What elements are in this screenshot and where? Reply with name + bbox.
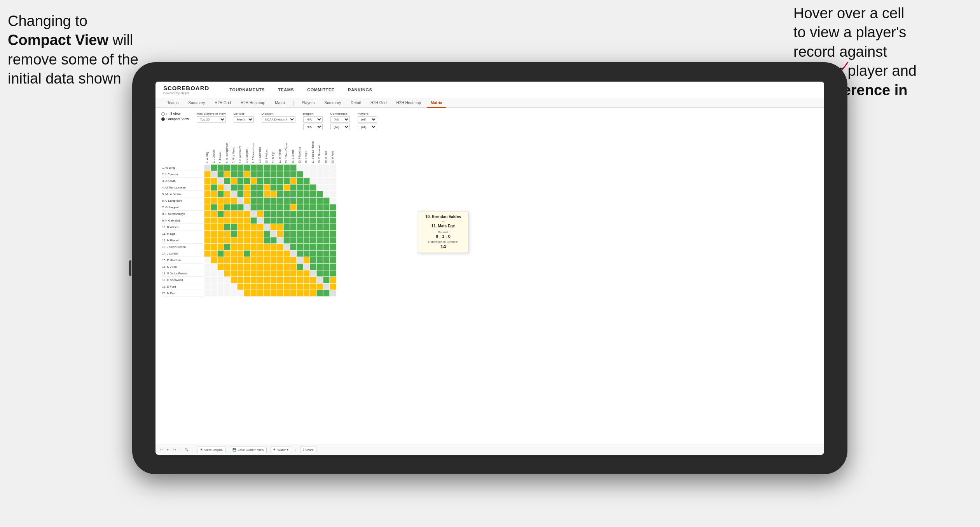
cell-12-15[interactable] [297,237,303,244]
cell-4-17[interactable] [310,184,316,191]
cell-4-6[interactable] [237,184,244,191]
tab-summary-1[interactable]: Summary [184,98,209,108]
cell-15-15[interactable] [297,257,303,264]
cell-15-1[interactable] [204,257,211,264]
cell-14-16[interactable] [303,250,310,257]
cell-7-18[interactable] [316,204,323,211]
cell-3-13[interactable] [283,178,290,184]
cell-9-11[interactable] [270,217,277,224]
cell-1-11[interactable] [270,164,277,171]
cell-11-13[interactable] [283,230,290,237]
cell-6-5[interactable] [231,197,237,204]
cell-20-8[interactable] [250,290,257,297]
cell-6-10[interactable] [264,197,270,204]
cell-7-2[interactable] [211,204,217,211]
cell-15-2[interactable] [211,257,217,264]
cell-8-2[interactable] [211,211,217,217]
cell-19-17[interactable] [310,283,316,290]
cell-20-15[interactable] [297,290,303,297]
cell-4-10[interactable] [264,184,270,191]
cell-16-20[interactable] [330,264,336,270]
cell-2-2[interactable] [211,171,217,178]
cell-8-15[interactable] [297,211,303,217]
cell-4-7[interactable] [244,184,250,191]
cell-7-12[interactable] [277,204,283,211]
cell-4-11[interactable] [270,184,277,191]
cell-12-17[interactable] [310,237,316,244]
cell-17-19[interactable] [323,270,330,277]
cell-6-1[interactable] [204,197,211,204]
cell-2-13[interactable] [283,171,290,178]
tab-detail[interactable]: Detail [347,98,365,108]
cell-15-9[interactable] [257,257,264,264]
cell-15-18[interactable] [316,257,323,264]
cell-17-12[interactable] [277,270,283,277]
cell-3-14[interactable] [290,178,297,184]
cell-20-19[interactable] [323,290,330,297]
cell-16-18[interactable] [316,264,323,270]
cell-13-4[interactable] [224,244,231,250]
cell-18-12[interactable] [277,277,283,283]
cell-3-4[interactable] [224,178,231,184]
cell-3-18[interactable] [316,178,323,184]
cell-12-9[interactable] [257,237,264,244]
cell-19-14[interactable] [290,283,297,290]
cell-16-19[interactable] [323,264,330,270]
cell-2-14[interactable] [290,171,297,178]
cell-6-11[interactable] [270,197,277,204]
gender-select[interactable]: Men's [234,116,254,123]
cell-9-1[interactable] [204,217,211,224]
cell-7-20[interactable] [330,204,336,211]
cell-9-4[interactable] [224,217,231,224]
cell-10-7[interactable] [244,224,250,230]
cell-1-15[interactable] [297,164,303,171]
cell-3-10[interactable] [264,178,270,184]
cell-9-5[interactable] [231,217,237,224]
cell-13-12[interactable] [277,244,283,250]
players-select-2[interactable]: (All) [358,124,377,130]
cell-10-5[interactable] [231,224,237,230]
cell-19-1[interactable] [204,283,211,290]
cell-10-6[interactable] [237,224,244,230]
cell-14-13[interactable] [283,250,290,257]
save-custom-view-button[interactable]: 💾 Save Custom View [230,447,266,453]
cell-16-8[interactable] [250,264,257,270]
compact-view-option[interactable]: Compact View [161,117,189,121]
cell-10-11[interactable] [270,224,277,230]
cell-16-13[interactable] [283,264,290,270]
cell-12-2[interactable] [211,237,217,244]
cell-11-3[interactable] [217,230,224,237]
cell-6-14[interactable] [290,197,297,204]
cell-16-14[interactable] [290,264,297,270]
cell-1-3[interactable] [217,164,224,171]
cell-15-8[interactable] [250,257,257,264]
cell-9-9[interactable] [257,217,264,224]
cell-18-7[interactable] [244,277,250,283]
tab-summary-2[interactable]: Summary [321,98,345,108]
cell-8-9[interactable] [257,211,264,217]
cell-3-9[interactable] [257,178,264,184]
cell-18-8[interactable] [250,277,257,283]
cell-20-11[interactable] [270,290,277,297]
cell-13-1[interactable] [204,244,211,250]
cell-6-20[interactable] [330,197,336,204]
cell-17-3[interactable] [217,270,224,277]
cell-5-11[interactable] [270,191,277,197]
cell-17-15[interactable] [297,270,303,277]
cell-20-13[interactable] [283,290,290,297]
cell-11-20[interactable] [330,230,336,237]
cell-12-13[interactable] [283,237,290,244]
cell-8-17[interactable] [310,211,316,217]
cell-15-19[interactable] [323,257,330,264]
cell-16-16[interactable] [303,264,310,270]
cell-7-16[interactable] [303,204,310,211]
cell-5-18[interactable] [316,191,323,197]
cell-2-18[interactable] [316,171,323,178]
cell-19-15[interactable] [297,283,303,290]
players-select[interactable]: (All) [358,116,377,123]
cell-6-17[interactable] [310,197,316,204]
cell-10-10[interactable] [264,224,270,230]
cell-8-11[interactable] [270,211,277,217]
cell-17-11[interactable] [270,270,277,277]
cell-2-10[interactable] [264,171,270,178]
